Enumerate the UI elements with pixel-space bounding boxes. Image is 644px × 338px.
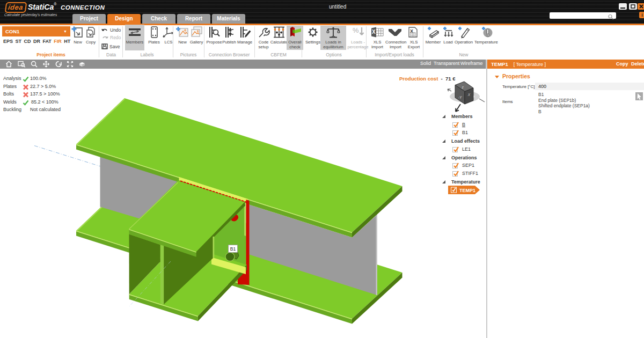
- svg-text:X: X: [467, 93, 471, 97]
- svg-text:X: X: [372, 29, 376, 35]
- svg-text:%: %: [353, 26, 359, 34]
- svg-text:-Y: -Y: [458, 95, 462, 99]
- svg-text:B1: B1: [230, 246, 236, 252]
